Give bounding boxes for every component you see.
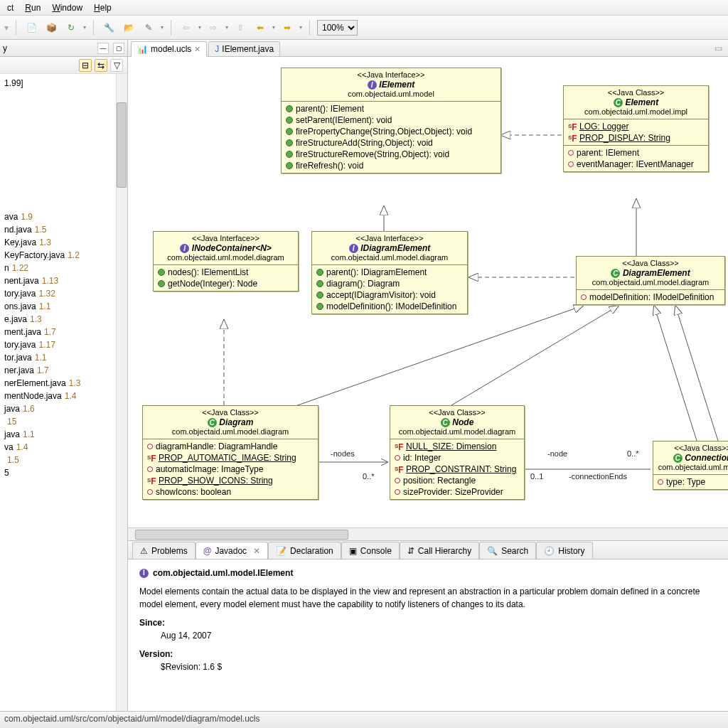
bottom-tabs: ⚠Problems @Javadoc ✕ 📝Declaration ▣Conso… — [128, 541, 728, 560]
uml-idiagramelement[interactable]: <<Java Interface>>I IDiagramElementcom.o… — [311, 231, 468, 314]
tab-history[interactable]: 🕘History — [536, 542, 592, 559]
tree-item[interactable]: Key.java1.3 — [0, 236, 126, 249]
zoom-select[interactable]: 100% — [317, 20, 358, 36]
uml-node[interactable]: <<Java Class>>C Nodecom.objectaid.uml.mo… — [390, 405, 525, 500]
menu-window[interactable]: Window — [48, 1, 87, 14]
svg-line-7 — [654, 306, 697, 441]
close-icon[interactable]: ✕ — [194, 45, 200, 54]
tree-item[interactable]: 15 — [0, 415, 126, 428]
tree-item[interactable]: java1.6 — [0, 402, 126, 415]
tree-item[interactable]: java1.1 — [0, 428, 126, 441]
diagram-hscroll[interactable] — [135, 530, 348, 540]
tree-item[interactable]: tory.java1.32 — [0, 287, 126, 300]
tab-ielement-java[interactable]: J IElement.java — [208, 41, 280, 57]
tree-item[interactable]: KeyFactory.java1.2 — [0, 249, 126, 262]
tree-item[interactable]: 5 — [0, 466, 126, 479]
assoc-mult-1: 0..* — [363, 472, 375, 481]
arrow-right-icon[interactable]: ➡ — [279, 20, 295, 36]
tree-item[interactable]: ment.java1.7 — [0, 326, 126, 338]
collapse-all-icon[interactable]: ⊟ — [79, 59, 92, 72]
tree-item[interactable]: mentNode.java1.4 — [0, 390, 126, 402]
assoc-label-node: -node — [547, 449, 567, 458]
uml-diagram-class[interactable]: <<Java Class>>C Diagramcom.objectaid.uml… — [142, 405, 318, 500]
toolbar-btn-2[interactable]: 📦 — [43, 20, 59, 36]
menu-help[interactable]: Help — [90, 1, 116, 14]
javadoc-body: Model elements contain the actual data t… — [139, 585, 717, 611]
status-bar: com.objectaid.uml/src/com/objectaid/uml/… — [0, 711, 728, 728]
tree-item[interactable]: 1.5 — [0, 454, 126, 466]
interface-icon: I — [139, 569, 149, 578]
uml-ielement[interactable]: <<Java Interface>>I IElementcom.objectai… — [281, 68, 501, 173]
toolbar-btn-4[interactable]: 📂 — [121, 20, 136, 36]
arrow-left-icon[interactable]: ⬅ — [252, 20, 268, 36]
menubar: ct Run Window Help — [0, 0, 728, 16]
tree-item[interactable]: n1.22 — [0, 262, 126, 274]
menu-run[interactable]: Run — [21, 1, 45, 14]
editor-max-icon[interactable]: ▭ — [709, 41, 728, 56]
toolbar-btn-1[interactable]: 📄 — [23, 20, 39, 36]
view-menu-icon[interactable]: ▽ — [110, 59, 123, 72]
tab-model-ucls[interactable]: 📊 model.ucls ✕ — [131, 41, 207, 57]
tab-problems[interactable]: ⚠Problems — [132, 542, 196, 559]
tree-item[interactable]: ava1.9 — [0, 210, 126, 223]
tree-item[interactable]: nent.java1.13 — [0, 274, 126, 287]
problems-icon: ⚠ — [140, 546, 148, 556]
uml-inodecontainer[interactable]: <<Java Interface>>I INodeContainer<N>com… — [153, 231, 299, 291]
assoc-label-nodes: -nodes — [331, 449, 355, 458]
callh-icon: ⇵ — [407, 546, 414, 556]
toolbar-btn-3[interactable]: 🔧 — [101, 20, 117, 36]
tab-declaration[interactable]: 📝Declaration — [268, 542, 341, 559]
menu-ct[interactable]: ct — [3, 1, 18, 14]
tree-item[interactable]: tory.java1.17 — [0, 338, 126, 351]
javadoc-icon: @ — [203, 546, 212, 556]
tab-console[interactable]: ▣Console — [341, 542, 400, 559]
tree-item[interactable]: e.java1.3 — [0, 313, 126, 326]
refresh-icon[interactable]: ↻ — [63, 20, 79, 36]
uml-connection[interactable]: <<Java Class>>C Connectioncom.objectaid.… — [653, 441, 728, 490]
editor-tabs: 📊 model.ucls ✕ J IElement.java ▭ — [128, 40, 728, 57]
javadoc-content: Icom.objectaid.uml.model.IElement Model … — [128, 560, 728, 711]
tree-item[interactable]: ons.java1.1 — [0, 300, 126, 313]
link-editor-icon[interactable]: ⇆ — [95, 59, 107, 72]
tree-item[interactable]: va1.4 — [0, 441, 126, 454]
console-icon: ▣ — [349, 546, 357, 556]
tab-callhierarchy[interactable]: ⇵Call Hierarchy — [400, 542, 479, 559]
nav-fwd-icon[interactable]: ⇨ — [205, 20, 221, 36]
tree-item[interactable]: nd.java1.5 — [0, 223, 126, 236]
toolbar: ▾ 📄 📦 ↻▾ 🔧 📂 ✎▾ ⇦▾ ⇨▾ ⇧ ⬅▾ ➡▾ 100% — [0, 16, 728, 40]
close-icon[interactable]: ✕ — [253, 546, 260, 556]
tree-scrollbar[interactable] — [116, 74, 127, 711]
nav-up-icon[interactable]: ⇧ — [232, 20, 248, 36]
assoc-mult-2: 0..1 — [530, 472, 543, 481]
uml-diagramelement[interactable]: <<Java Class>>C DiagramElementcom.object… — [576, 256, 725, 305]
tree-item[interactable]: tor.java1.1 — [0, 351, 126, 364]
uml-diagram[interactable]: -nodes 0..* -node 0..1 -connectionEnds 0… — [128, 57, 728, 540]
history-icon: 🕘 — [544, 546, 555, 556]
file-tree[interactable]: 1.99] ava1.9nd.java1.5Key.java1.3KeyFact… — [0, 74, 127, 711]
search-icon: 🔍 — [487, 546, 498, 556]
nav-back-icon[interactable]: ⇦ — [178, 20, 194, 36]
tree-item[interactable]: nerElement.java1.3 — [0, 377, 126, 390]
maximize-icon[interactable]: ▢ — [113, 43, 124, 54]
declaration-icon: 📝 — [276, 546, 287, 556]
assoc-mult-3: 0..* — [627, 449, 639, 458]
navigator-tab-label[interactable]: y — [3, 43, 7, 53]
tree-item[interactable]: ner.java1.7 — [0, 364, 126, 377]
minimize-icon[interactable]: — — [97, 43, 109, 54]
uml-element[interactable]: <<Java Class>>C Elementcom.objectaid.uml… — [563, 85, 709, 172]
tab-search[interactable]: 🔍Search — [479, 542, 536, 559]
assoc-label-connends: -connectionEnds — [569, 472, 627, 481]
java-file-icon: J — [215, 44, 219, 54]
tab-javadoc[interactable]: @Javadoc ✕ — [196, 542, 268, 559]
svg-line-5 — [291, 306, 583, 407]
navigator-view: y — ▢ ⊟ ⇆ ▽ 1.99] ava1.9nd.java1.5Key.ja… — [0, 40, 128, 711]
svg-line-8 — [675, 306, 718, 441]
uml-file-icon: 📊 — [137, 44, 148, 54]
svg-line-6 — [448, 306, 619, 407]
toolbar-btn-5[interactable]: ✎ — [141, 20, 156, 36]
